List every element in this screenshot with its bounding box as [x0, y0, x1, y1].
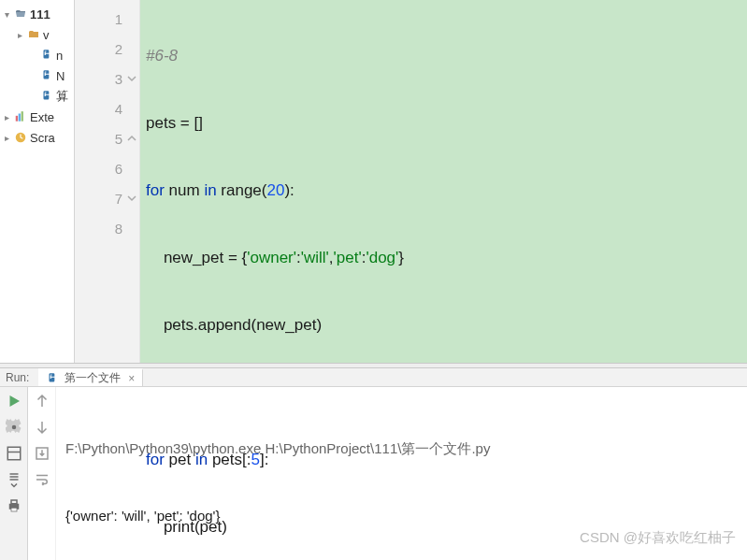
scratch-icon [13, 130, 28, 145]
run-button[interactable] [6, 393, 22, 409]
line-number: 6 [75, 153, 139, 183]
export-icon[interactable] [34, 445, 50, 462]
tree-folder[interactable]: ▸v [0, 24, 74, 45]
code-line [140, 378, 747, 408]
svg-point-0 [45, 50, 46, 51]
line-number: 2 [75, 34, 139, 64]
scroll-down-icon[interactable] [34, 419, 50, 436]
svg-rect-5 [22, 111, 23, 122]
svg-rect-13 [11, 508, 17, 511]
fold-marker-icon[interactable] [126, 193, 137, 204]
code-area[interactable]: #6-8 pets = [] for num in range(20): new… [140, 0, 747, 363]
folder-open-icon [13, 7, 28, 22]
project-name: 111 [30, 7, 50, 22]
code-line: pets = [] [140, 108, 747, 138]
editor-gutter: 1 2 3 4 5 6 7 8 [75, 0, 140, 363]
scroll-up-icon[interactable] [34, 393, 50, 409]
svg-point-2 [45, 92, 46, 93]
code-line: for pet in pets[:5]: [140, 445, 747, 475]
python-file-icon [39, 48, 54, 63]
python-icon [46, 372, 59, 385]
svg-rect-12 [11, 500, 17, 504]
settings-button[interactable] [6, 419, 22, 436]
close-tab-icon[interactable]: × [128, 372, 135, 385]
layout-button[interactable] [6, 445, 22, 462]
code-line: new_pet = {'owner':'will','pet':'dog'} [140, 243, 747, 273]
python-file-icon [39, 68, 54, 83]
line-number: 8 [75, 213, 139, 243]
svg-point-8 [11, 425, 16, 430]
run-label: Run: [0, 371, 38, 384]
svg-point-1 [45, 71, 46, 72]
run-toolbar [0, 387, 28, 560]
line-number: 3 [75, 64, 139, 93]
folder-icon [26, 27, 41, 42]
code-line: print(pet) [140, 512, 747, 542]
project-sidebar: ▾111 ▸v n N 算 ▸Exte ▸Scra [0, 0, 75, 363]
code-line: #6-8 [146, 47, 178, 65]
line-number: 1 [75, 4, 139, 34]
python-file-icon [39, 89, 54, 104]
wrap-icon[interactable] [34, 471, 50, 488]
run-tab[interactable]: 第一个文件 × [38, 368, 143, 386]
fold-marker-icon[interactable] [126, 73, 137, 84]
tree-file[interactable]: N [0, 65, 74, 86]
fold-marker-icon[interactable] [126, 133, 137, 144]
line-number: 5 [75, 123, 139, 153]
svg-point-7 [51, 374, 52, 375]
library-icon [13, 109, 28, 124]
print-button[interactable] [6, 497, 22, 514]
project-root[interactable]: ▾111 [0, 4, 74, 24]
line-number: 7 [75, 183, 139, 213]
code-line: for num in range(20): [140, 176, 747, 206]
scratches[interactable]: ▸Scra [0, 127, 74, 148]
run-tab-label: 第一个文件 [65, 370, 121, 386]
code-editor[interactable]: 1 2 3 4 5 6 7 8 #6-8 pets = [] for num i… [75, 0, 747, 363]
run-scroll-toolbar [28, 387, 56, 560]
code-line: pets.append(new_pet) [140, 310, 747, 340]
external-libraries[interactable]: ▸Exte [0, 107, 74, 127]
tree-file[interactable]: n [0, 45, 74, 65]
scroll-button[interactable] [6, 471, 22, 488]
svg-rect-4 [19, 114, 21, 122]
line-number: 4 [75, 93, 139, 123]
svg-rect-3 [16, 116, 18, 122]
tree-file[interactable]: 算 [0, 86, 74, 107]
svg-rect-9 [7, 447, 21, 460]
